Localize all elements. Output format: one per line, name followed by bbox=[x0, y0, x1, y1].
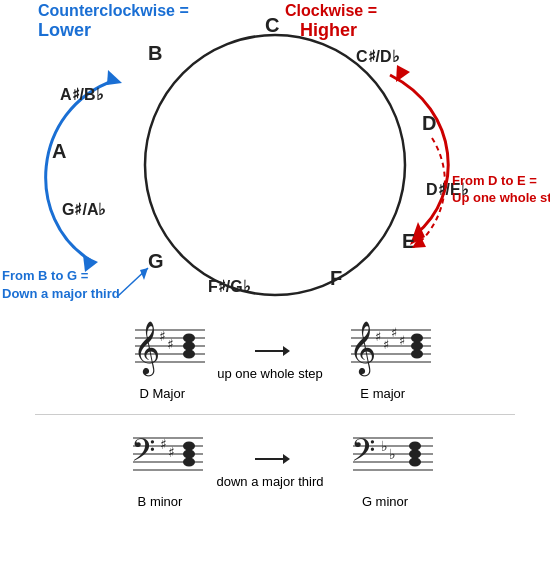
svg-text:♯: ♯ bbox=[159, 328, 166, 344]
svg-text:♭: ♭ bbox=[381, 438, 388, 454]
svg-text:♯: ♯ bbox=[383, 337, 389, 352]
svg-point-42 bbox=[183, 458, 195, 467]
row2-arrow-label: down a major third bbox=[217, 474, 324, 489]
annotation-d-e-line1: From D to E = bbox=[452, 173, 537, 188]
svg-text:♯: ♯ bbox=[168, 444, 175, 460]
note-CsDb: C♯/D♭ bbox=[356, 48, 400, 65]
d-major-staff-container: 𝄞 ♯ ♯ D Major bbox=[117, 315, 207, 401]
e-major-staff: 𝄞 ♯ ♯ ♯ ♯ bbox=[333, 315, 433, 380]
svg-marker-2 bbox=[107, 70, 122, 85]
svg-text:𝄞: 𝄞 bbox=[349, 321, 376, 377]
svg-text:♯: ♯ bbox=[167, 336, 174, 352]
row2-arrow-container: down a major third bbox=[215, 444, 325, 489]
b-minor-staff-container: 𝄢 ♯ ♯ B minor bbox=[115, 423, 205, 509]
svg-point-17 bbox=[183, 342, 195, 351]
note-F: F bbox=[330, 267, 342, 289]
svg-point-32 bbox=[411, 342, 423, 351]
note-G: G bbox=[148, 250, 164, 272]
notation-section: 𝄞 ♯ ♯ D Major up one whole step bbox=[0, 310, 550, 579]
d-major-staff: 𝄞 ♯ ♯ bbox=[117, 315, 207, 380]
svg-point-0 bbox=[145, 35, 405, 295]
svg-text:♯: ♯ bbox=[399, 333, 405, 348]
svg-marker-46 bbox=[283, 454, 290, 464]
svg-point-57 bbox=[409, 442, 421, 451]
svg-text:♯: ♯ bbox=[375, 329, 381, 344]
note-FsGb: F♯/G♭ bbox=[208, 278, 251, 295]
clockwise-sub: Higher bbox=[300, 20, 357, 40]
counterclockwise-label: Counterclockwise = bbox=[38, 2, 189, 19]
svg-text:♯: ♯ bbox=[160, 436, 167, 452]
annotation-b-g-line2: Down a major third bbox=[2, 286, 120, 301]
note-AsBb: A♯/B♭ bbox=[60, 86, 104, 103]
b-minor-staff: 𝄢 ♯ ♯ bbox=[115, 423, 205, 488]
annotation-b-g-line1: From B to G = bbox=[2, 268, 89, 283]
svg-text:♭: ♭ bbox=[389, 446, 396, 462]
svg-point-44 bbox=[183, 442, 195, 451]
d-major-label: D Major bbox=[117, 386, 207, 401]
svg-marker-4 bbox=[396, 65, 410, 82]
row1-arrow-container: up one whole step bbox=[217, 336, 323, 381]
note-A: A bbox=[52, 140, 66, 162]
svg-point-16 bbox=[183, 350, 195, 359]
row1-arrow-svg bbox=[250, 336, 290, 366]
g-minor-staff: 𝄢 ♭ ♭ bbox=[335, 423, 435, 488]
circle-diagram: Counterclockwise = Lower Clockwise = Hig… bbox=[0, 0, 550, 315]
svg-point-33 bbox=[411, 334, 423, 343]
main-container: Counterclockwise = Lower Clockwise = Hig… bbox=[0, 0, 550, 579]
row2-arrow-svg bbox=[250, 444, 290, 474]
note-C: C bbox=[265, 14, 279, 36]
b-minor-label: B minor bbox=[115, 494, 205, 509]
notation-divider bbox=[35, 414, 515, 415]
counterclockwise-sub: Lower bbox=[38, 20, 91, 40]
notation-row-1: 𝄞 ♯ ♯ D Major up one whole step bbox=[117, 315, 433, 401]
e-major-staff-container: 𝄞 ♯ ♯ ♯ ♯ E major bbox=[333, 315, 433, 401]
e-major-label: E major bbox=[333, 386, 433, 401]
clockwise-label: Clockwise = bbox=[285, 2, 377, 19]
svg-point-18 bbox=[183, 334, 195, 343]
annotation-d-e-line2: Up one whole step bbox=[452, 190, 550, 205]
note-E: E bbox=[402, 230, 415, 252]
row1-arrow-label: up one whole step bbox=[217, 366, 323, 381]
svg-marker-20 bbox=[283, 346, 290, 356]
svg-point-56 bbox=[409, 450, 421, 459]
svg-point-55 bbox=[409, 458, 421, 467]
notation-row-2: 𝄢 ♯ ♯ B minor down a major third bbox=[115, 423, 435, 509]
g-minor-label: G minor bbox=[335, 494, 435, 509]
note-GsAb: G♯/A♭ bbox=[62, 201, 106, 218]
note-D: D bbox=[422, 112, 436, 134]
svg-text:𝄞: 𝄞 bbox=[133, 321, 160, 377]
svg-text:𝄢: 𝄢 bbox=[351, 433, 375, 475]
svg-text:𝄢: 𝄢 bbox=[131, 433, 155, 475]
svg-point-31 bbox=[411, 350, 423, 359]
svg-point-43 bbox=[183, 450, 195, 459]
g-minor-staff-container: 𝄢 ♭ ♭ G minor bbox=[335, 423, 435, 509]
note-B: B bbox=[148, 42, 162, 64]
svg-text:♯: ♯ bbox=[391, 325, 397, 340]
